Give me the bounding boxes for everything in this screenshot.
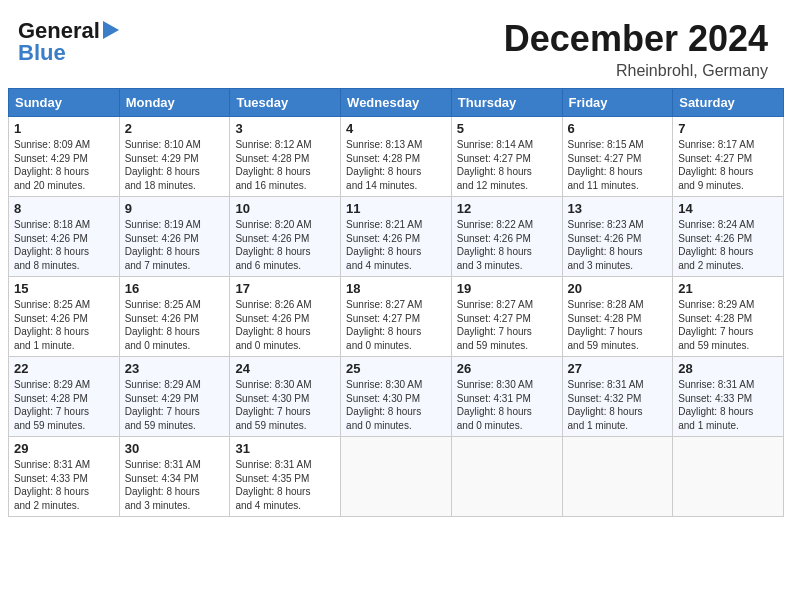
weekday-friday: Friday — [562, 89, 673, 117]
cell-info: Sunrise: 8:31 AMSunset: 4:35 PMDaylight:… — [235, 458, 335, 512]
weekday-sunday: Sunday — [9, 89, 120, 117]
day-number: 14 — [678, 201, 778, 216]
calendar-cell — [341, 437, 452, 517]
calendar-cell: 3Sunrise: 8:12 AMSunset: 4:28 PMDaylight… — [230, 117, 341, 197]
month-year: December 2024 — [504, 18, 768, 60]
calendar-cell: 5Sunrise: 8:14 AMSunset: 4:27 PMDaylight… — [451, 117, 562, 197]
cell-info: Sunrise: 8:25 AMSunset: 4:26 PMDaylight:… — [14, 298, 114, 352]
cell-info: Sunrise: 8:30 AMSunset: 4:31 PMDaylight:… — [457, 378, 557, 432]
day-number: 21 — [678, 281, 778, 296]
day-number: 6 — [568, 121, 668, 136]
calendar-cell — [673, 437, 784, 517]
calendar-table: SundayMondayTuesdayWednesdayThursdayFrid… — [8, 88, 784, 517]
calendar-cell: 14Sunrise: 8:24 AMSunset: 4:26 PMDayligh… — [673, 197, 784, 277]
week-row-3: 15Sunrise: 8:25 AMSunset: 4:26 PMDayligh… — [9, 277, 784, 357]
location: Rheinbrohl, Germany — [504, 62, 768, 80]
day-number: 19 — [457, 281, 557, 296]
calendar-cell: 30Sunrise: 8:31 AMSunset: 4:34 PMDayligh… — [119, 437, 230, 517]
cell-info: Sunrise: 8:26 AMSunset: 4:26 PMDaylight:… — [235, 298, 335, 352]
day-number: 4 — [346, 121, 446, 136]
cell-info: Sunrise: 8:29 AMSunset: 4:29 PMDaylight:… — [125, 378, 225, 432]
calendar-cell: 26Sunrise: 8:30 AMSunset: 4:31 PMDayligh… — [451, 357, 562, 437]
day-number: 26 — [457, 361, 557, 376]
logo-blue: Blue — [18, 40, 119, 66]
cell-info: Sunrise: 8:18 AMSunset: 4:26 PMDaylight:… — [14, 218, 114, 272]
day-number: 11 — [346, 201, 446, 216]
cell-info: Sunrise: 8:28 AMSunset: 4:28 PMDaylight:… — [568, 298, 668, 352]
cell-info: Sunrise: 8:30 AMSunset: 4:30 PMDaylight:… — [346, 378, 446, 432]
day-number: 29 — [14, 441, 114, 456]
calendar-cell: 6Sunrise: 8:15 AMSunset: 4:27 PMDaylight… — [562, 117, 673, 197]
calendar-cell: 11Sunrise: 8:21 AMSunset: 4:26 PMDayligh… — [341, 197, 452, 277]
day-number: 9 — [125, 201, 225, 216]
calendar-cell — [451, 437, 562, 517]
calendar-cell: 25Sunrise: 8:30 AMSunset: 4:30 PMDayligh… — [341, 357, 452, 437]
calendar-cell: 21Sunrise: 8:29 AMSunset: 4:28 PMDayligh… — [673, 277, 784, 357]
cell-info: Sunrise: 8:31 AMSunset: 4:32 PMDaylight:… — [568, 378, 668, 432]
day-number: 2 — [125, 121, 225, 136]
calendar-cell: 8Sunrise: 8:18 AMSunset: 4:26 PMDaylight… — [9, 197, 120, 277]
weekday-wednesday: Wednesday — [341, 89, 452, 117]
weekday-header-row: SundayMondayTuesdayWednesdayThursdayFrid… — [9, 89, 784, 117]
cell-info: Sunrise: 8:31 AMSunset: 4:33 PMDaylight:… — [14, 458, 114, 512]
week-row-1: 1Sunrise: 8:09 AMSunset: 4:29 PMDaylight… — [9, 117, 784, 197]
cell-info: Sunrise: 8:14 AMSunset: 4:27 PMDaylight:… — [457, 138, 557, 192]
calendar-cell: 29Sunrise: 8:31 AMSunset: 4:33 PMDayligh… — [9, 437, 120, 517]
calendar-cell: 1Sunrise: 8:09 AMSunset: 4:29 PMDaylight… — [9, 117, 120, 197]
day-number: 10 — [235, 201, 335, 216]
calendar-cell: 20Sunrise: 8:28 AMSunset: 4:28 PMDayligh… — [562, 277, 673, 357]
logo: General Blue — [18, 18, 119, 66]
weekday-tuesday: Tuesday — [230, 89, 341, 117]
cell-info: Sunrise: 8:21 AMSunset: 4:26 PMDaylight:… — [346, 218, 446, 272]
cell-info: Sunrise: 8:15 AMSunset: 4:27 PMDaylight:… — [568, 138, 668, 192]
cell-info: Sunrise: 8:22 AMSunset: 4:26 PMDaylight:… — [457, 218, 557, 272]
header: General Blue December 2024 Rheinbrohl, G… — [0, 0, 792, 88]
day-number: 17 — [235, 281, 335, 296]
day-number: 22 — [14, 361, 114, 376]
cell-info: Sunrise: 8:25 AMSunset: 4:26 PMDaylight:… — [125, 298, 225, 352]
cell-info: Sunrise: 8:31 AMSunset: 4:33 PMDaylight:… — [678, 378, 778, 432]
day-number: 3 — [235, 121, 335, 136]
cell-info: Sunrise: 8:10 AMSunset: 4:29 PMDaylight:… — [125, 138, 225, 192]
week-row-2: 8Sunrise: 8:18 AMSunset: 4:26 PMDaylight… — [9, 197, 784, 277]
day-number: 28 — [678, 361, 778, 376]
week-row-5: 29Sunrise: 8:31 AMSunset: 4:33 PMDayligh… — [9, 437, 784, 517]
day-number: 5 — [457, 121, 557, 136]
cell-info: Sunrise: 8:29 AMSunset: 4:28 PMDaylight:… — [678, 298, 778, 352]
cell-info: Sunrise: 8:30 AMSunset: 4:30 PMDaylight:… — [235, 378, 335, 432]
day-number: 31 — [235, 441, 335, 456]
day-number: 16 — [125, 281, 225, 296]
week-row-4: 22Sunrise: 8:29 AMSunset: 4:28 PMDayligh… — [9, 357, 784, 437]
calendar-cell: 17Sunrise: 8:26 AMSunset: 4:26 PMDayligh… — [230, 277, 341, 357]
calendar-cell: 2Sunrise: 8:10 AMSunset: 4:29 PMDaylight… — [119, 117, 230, 197]
calendar-cell: 4Sunrise: 8:13 AMSunset: 4:28 PMDaylight… — [341, 117, 452, 197]
cell-info: Sunrise: 8:27 AMSunset: 4:27 PMDaylight:… — [457, 298, 557, 352]
weekday-saturday: Saturday — [673, 89, 784, 117]
calendar-cell: 12Sunrise: 8:22 AMSunset: 4:26 PMDayligh… — [451, 197, 562, 277]
cell-info: Sunrise: 8:17 AMSunset: 4:27 PMDaylight:… — [678, 138, 778, 192]
weekday-monday: Monday — [119, 89, 230, 117]
day-number: 7 — [678, 121, 778, 136]
day-number: 24 — [235, 361, 335, 376]
day-number: 8 — [14, 201, 114, 216]
cell-info: Sunrise: 8:24 AMSunset: 4:26 PMDaylight:… — [678, 218, 778, 272]
day-number: 1 — [14, 121, 114, 136]
day-number: 23 — [125, 361, 225, 376]
cell-info: Sunrise: 8:27 AMSunset: 4:27 PMDaylight:… — [346, 298, 446, 352]
calendar-body: 1Sunrise: 8:09 AMSunset: 4:29 PMDaylight… — [9, 117, 784, 517]
logo-arrow-icon — [103, 21, 119, 39]
calendar-cell: 24Sunrise: 8:30 AMSunset: 4:30 PMDayligh… — [230, 357, 341, 437]
calendar-cell: 31Sunrise: 8:31 AMSunset: 4:35 PMDayligh… — [230, 437, 341, 517]
calendar-cell: 23Sunrise: 8:29 AMSunset: 4:29 PMDayligh… — [119, 357, 230, 437]
cell-info: Sunrise: 8:12 AMSunset: 4:28 PMDaylight:… — [235, 138, 335, 192]
day-number: 30 — [125, 441, 225, 456]
cell-info: Sunrise: 8:09 AMSunset: 4:29 PMDaylight:… — [14, 138, 114, 192]
day-number: 13 — [568, 201, 668, 216]
cell-info: Sunrise: 8:23 AMSunset: 4:26 PMDaylight:… — [568, 218, 668, 272]
day-number: 27 — [568, 361, 668, 376]
cell-info: Sunrise: 8:20 AMSunset: 4:26 PMDaylight:… — [235, 218, 335, 272]
calendar-cell: 28Sunrise: 8:31 AMSunset: 4:33 PMDayligh… — [673, 357, 784, 437]
day-number: 20 — [568, 281, 668, 296]
calendar-cell: 19Sunrise: 8:27 AMSunset: 4:27 PMDayligh… — [451, 277, 562, 357]
cell-info: Sunrise: 8:19 AMSunset: 4:26 PMDaylight:… — [125, 218, 225, 272]
